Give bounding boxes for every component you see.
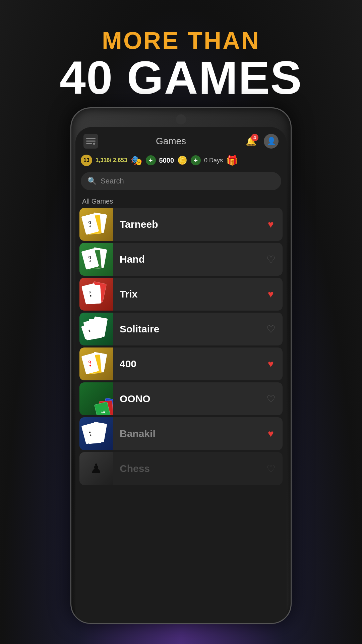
xp-display: 1,316/ 2,653	[96, 157, 127, 164]
game-item-oono[interactable]: +4 +4 +4 OONO ♡	[79, 382, 283, 415]
bottom-fade	[75, 605, 287, 624]
svg-point-3	[93, 143, 96, 145]
game-name-oono: OONO	[113, 393, 259, 405]
game-name-chess: Chess	[113, 463, 259, 474]
heart-icon-chess: ♡	[266, 463, 276, 475]
game-item-banakil[interactable]: 2♠ 2♥ 2♠ Banakil	[79, 417, 283, 450]
favorite-button-tarneeb[interactable]: ♥	[259, 208, 283, 241]
favorite-button-oono[interactable]: ♡	[259, 382, 283, 415]
all-games-label: All Games	[75, 194, 287, 208]
chess-icon: ♟	[90, 461, 102, 476]
game-thumb-solitaire: K♣ J 10♣ 8	[79, 313, 113, 345]
game-thumb-trix: Q♦ K♥ J♠	[79, 278, 113, 311]
notification-button[interactable]: 🔔 4	[244, 134, 258, 149]
search-bar[interactable]: 🔍 Search	[81, 172, 281, 190]
favorite-button-400[interactable]: ♥	[259, 347, 283, 380]
favorite-button-banakil[interactable]: ♥	[259, 417, 283, 450]
add-coins-button[interactable]: +	[191, 155, 201, 165]
game-name-trix: Trix	[113, 288, 259, 300]
favorite-button-chess[interactable]: ♡	[259, 452, 283, 485]
avatar-icon: 🎭	[131, 155, 142, 166]
game-item-400[interactable]: A♠ K♠ Q♥ 400	[79, 347, 283, 380]
notification-badge: 4	[251, 134, 258, 141]
heart-icon-400: ♥	[268, 358, 274, 370]
profile-button[interactable]: 👤	[264, 134, 279, 149]
app-bar-icons: 🔔 4 👤	[244, 134, 279, 149]
svg-rect-1	[86, 141, 96, 142]
phone-notch	[176, 114, 186, 124]
more-than-label: MORE THAN	[0, 27, 362, 54]
game-item-hand[interactable]: A♠ K♠ Q♠ Hand	[79, 243, 283, 276]
gift-icon: 🎁	[226, 155, 238, 166]
heart-icon-trix: ♥	[268, 288, 274, 300]
svg-rect-2	[86, 143, 92, 144]
search-placeholder-text: Search	[101, 177, 124, 185]
game-thumb-400: A♠ K♠ Q♥	[79, 347, 113, 380]
favorite-button-hand[interactable]: ♡	[259, 243, 283, 276]
phone-screen: Games 🔔 4 👤 13 1,316/ 2,653	[75, 127, 287, 624]
app-bar: Games 🔔 4 👤	[75, 127, 287, 152]
game-thumb-banakil: 2♠ 2♥ 2♠	[79, 417, 113, 450]
search-icon: 🔍	[87, 177, 97, 185]
game-name-solitaire: Solitaire	[113, 323, 259, 335]
level-badge: 13	[81, 155, 92, 166]
game-item-tarneeb[interactable]: A♠ K♠ Q♠ Tarneeb	[79, 208, 283, 241]
favorite-button-trix[interactable]: ♥	[259, 278, 283, 311]
profile-icon: 👤	[267, 137, 276, 146]
heart-icon-hand: ♡	[266, 254, 276, 265]
page-background: MORE THAN 40 GAMES Games	[0, 0, 362, 115]
add-avatar-button[interactable]: +	[146, 155, 156, 165]
heart-icon-banakil: ♥	[268, 428, 274, 439]
favorite-button-solitaire[interactable]: ♡	[259, 313, 283, 345]
game-name-400: 400	[113, 358, 259, 370]
stats-bar: 13 1,316/ 2,653 🎭 + 5000 🪙 + 0 Days 🎁	[75, 152, 287, 169]
games-count-label: 40 GAMES	[0, 54, 362, 101]
game-item-trix[interactable]: Q♦ K♥ J♠ Trix	[79, 278, 283, 311]
game-list: A♠ K♠ Q♠ Tarneeb	[75, 208, 287, 485]
coins-display: 5000	[159, 157, 174, 164]
heart-icon-solitaire: ♡	[266, 323, 276, 335]
game-name-banakil: Banakil	[113, 428, 259, 439]
game-item-chess[interactable]: ♟ Chess ♡	[79, 452, 283, 485]
game-item-solitaire[interactable]: K♣ J 10♣ 8	[79, 313, 283, 345]
days-display: 0 Days	[204, 157, 223, 164]
game-name-tarneeb: Tarneeb	[113, 219, 259, 230]
svg-rect-0	[86, 138, 96, 139]
game-name-hand: Hand	[113, 254, 259, 265]
game-thumb-chess: ♟	[79, 452, 113, 485]
menu-logo-button[interactable]	[83, 134, 98, 149]
heart-icon-tarneeb: ♥	[268, 219, 274, 230]
game-thumb-tarneeb: A♠ K♠ Q♠	[79, 208, 113, 241]
game-thumb-hand: A♠ K♠ Q♠	[79, 243, 113, 276]
heart-icon-oono: ♡	[266, 393, 276, 405]
phone-mockup: Games 🔔 4 👤 13 1,316/ 2,653	[70, 107, 292, 624]
coin-icon: 🪙	[177, 156, 187, 165]
app-title: Games	[156, 136, 186, 147]
game-thumb-oono: +4 +4 +4	[79, 382, 113, 415]
